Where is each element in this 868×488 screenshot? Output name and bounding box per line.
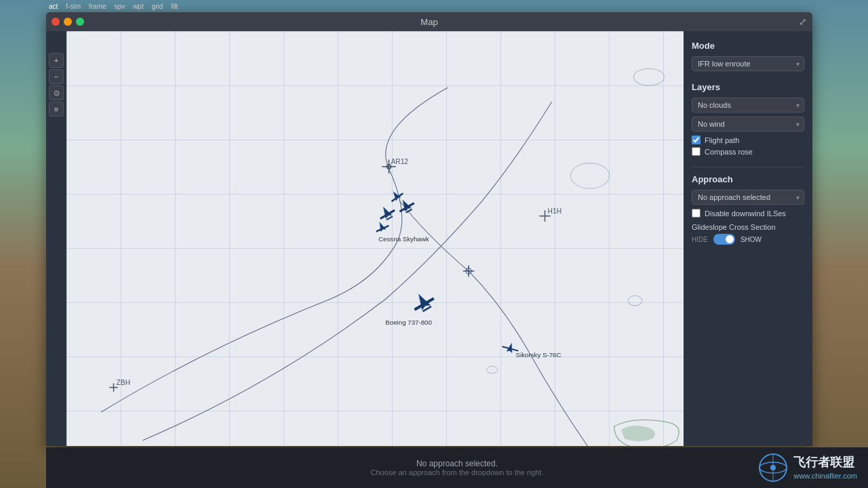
map-area[interactable]: AR12 H1H ZBH [66,31,684,446]
toolbar-btn-4[interactable]: ≡ [49,102,64,117]
title-bar: Map ⤢ [46,12,812,31]
window-controls [52,18,84,26]
aircraft-boeing [409,289,437,314]
aircraft-cessna-4 [388,188,404,203]
flight-path-label: Flight path [705,136,739,144]
svg-text:Cessna Skyhawk: Cessna Skyhawk [378,235,429,243]
disable-ils-checkbox-row[interactable]: Disable downwind ILSes [692,209,804,218]
svg-text:Sikorsky S-76C: Sikorsky S-76C [516,351,561,359]
status-bar: No approach selected. Choose an approach… [46,447,868,488]
watermark-url: www.chinaflier.com [793,471,857,481]
glideslope-toggle-row: HIDE SHOW [692,234,804,245]
watermark-text: 飞行者联盟 www.chinaflier.com [793,455,857,481]
watermark: 飞行者联盟 www.chinaflier.com [747,447,868,488]
show-label: SHOW [741,236,762,243]
content-area: + − ⊙ ≡ [46,31,812,446]
flight-path-checkbox-row[interactable]: Flight path [692,136,804,144]
aircraft-cessna-lead [395,196,416,216]
compass-rose-checkbox-row[interactable]: Compass rose [692,147,804,156]
svg-point-31 [633,68,664,85]
hide-label: HIDE [692,236,708,243]
disable-ils-checkbox[interactable] [692,209,701,218]
menu-fsim[interactable]: f-sim [66,3,81,10]
mode-dropdown-wrapper[interactable]: IFR low enroute [692,56,804,71]
svg-text:Boeing 737-800: Boeing 737-800 [385,319,432,326]
svg-text:H1H: H1H [548,207,561,214]
layers-label: Layers [692,82,804,92]
svg-point-34 [487,366,498,373]
approach-dropdown-wrapper[interactable]: No approach selected [692,190,804,205]
menu-spv[interactable]: spv [115,3,125,10]
status-main: No approach selected. [416,459,498,468]
toolbar-btn-2[interactable]: − [49,69,64,84]
close-button[interactable] [52,18,60,26]
side-panel: Mode IFR low enroute Layers No clouds [684,31,812,446]
layers-section: Layers No clouds No wind Flight path [692,82,804,156]
top-menubar: act f-sim frame spv wpt grid filt [46,0,250,12]
svg-point-33 [628,296,642,306]
wind-dropdown[interactable]: No wind [692,117,804,131]
menu-grid[interactable]: grid [152,3,163,10]
svg-text:AR12: AR12 [391,158,409,165]
svg-text:ZBH: ZBH [117,379,130,386]
status-sub: Choose an approach from the dropdown to … [371,468,544,476]
glideslope-label: Glideslope Cross Section [692,223,804,231]
expand-icon[interactable]: ⤢ [799,16,807,27]
minimize-button[interactable] [64,18,72,26]
approach-label: Approach [692,174,804,184]
glideslope-toggle[interactable] [713,234,735,245]
flight-path-checkbox[interactable] [692,136,701,144]
clouds-dropdown[interactable]: No clouds [692,98,804,113]
menu-filt[interactable]: filt [171,3,178,10]
wind-dropdown-wrapper[interactable]: No wind [692,117,804,131]
approach-dropdown[interactable]: No approach selected [692,190,804,205]
menu-frame[interactable]: frame [89,3,106,10]
main-window: Map ⤢ + − ⊙ ≡ [46,12,812,446]
menu-act[interactable]: act [49,3,58,10]
mode-label: Mode [692,41,804,51]
clouds-dropdown-wrapper[interactable]: No clouds [692,98,804,113]
map-svg: AR12 H1H ZBH [66,31,684,446]
svg-point-32 [570,163,609,188]
mode-dropdown[interactable]: IFR low enroute [692,56,804,71]
watermark-logo-icon [758,453,788,483]
watermark-cn: 飞行者联盟 [793,455,857,470]
divider-1 [692,167,804,167]
mode-section: Mode IFR low enroute [692,41,804,71]
maximize-button[interactable] [76,18,84,26]
left-toolbar: + − ⊙ ≡ [46,50,66,446]
compass-rose-label: Compass rose [705,148,753,156]
toolbar-btn-1[interactable]: + [49,53,64,68]
aircraft-cessna-2 [376,203,397,222]
aircraft-cessna-3 [374,219,390,233]
toolbar-btn-3[interactable]: ⊙ [49,85,64,100]
menu-wpt[interactable]: wpt [133,3,144,10]
window-title: Map [420,17,437,27]
approach-section: Approach No approach selected Disable do… [692,174,804,245]
disable-ils-label: Disable downwind ILSes [705,209,786,218]
flight-paths [101,87,593,446]
compass-rose-checkbox[interactable] [692,147,701,156]
